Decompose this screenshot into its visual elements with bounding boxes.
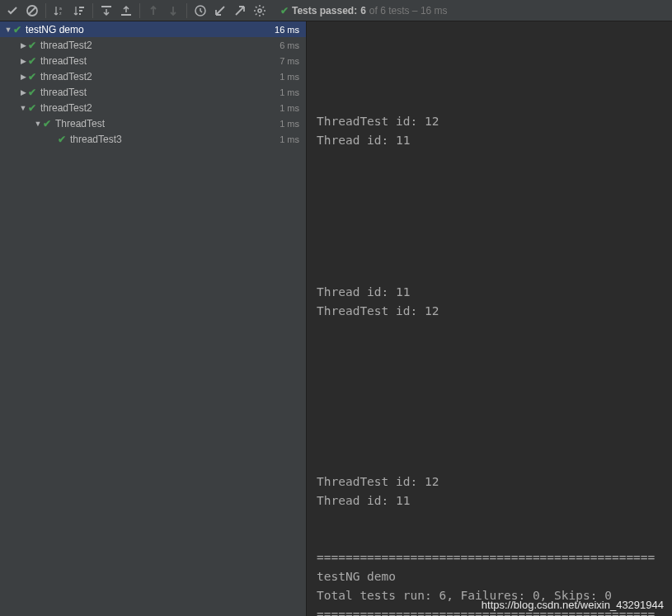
chevron-right-icon[interactable]: ▶ <box>18 88 28 96</box>
tree-row-label: ThreadTest <box>55 118 105 129</box>
import-results-button[interactable] <box>211 2 229 20</box>
tree-row-label: threadTest2 <box>40 102 92 114</box>
show-passed-toggle[interactable] <box>3 2 21 20</box>
test-tree-row[interactable]: ▼✔testNG demo16 ms <box>0 21 306 37</box>
test-tree-row[interactable]: ▶✔threadTest21 ms <box>0 68 306 84</box>
toolbar-separator <box>45 3 46 18</box>
test-tree-pane[interactable]: ▼✔testNG demo16 ms▶✔threadTest26 ms▶✔thr… <box>0 21 307 616</box>
svg-rect-8 <box>121 14 131 16</box>
toolbar: az ✔ Tests passed: 6 of 6 tests – 16 ms <box>0 0 672 21</box>
chevron-down-icon[interactable]: ▼ <box>3 26 13 34</box>
chevron-down-icon[interactable]: ▼ <box>18 104 28 112</box>
test-tree-row[interactable]: ▶✔threadTest1 ms <box>0 84 306 100</box>
toolbar-separator <box>139 3 140 18</box>
check-icon: ✔ <box>58 134 66 145</box>
tree-row-label: threadTest2 <box>40 71 92 82</box>
prev-failed-button <box>144 2 162 20</box>
test-tree-row[interactable]: ▼✔ThreadTest1 ms <box>0 115 306 131</box>
status-label: Tests passed: <box>292 5 357 16</box>
test-tree-row[interactable]: ▶✔threadTest7 ms <box>0 53 306 68</box>
tree-row-time: 7 ms <box>280 56 299 66</box>
check-icon: ✔ <box>43 118 51 129</box>
tree-row-label: threadTest3 <box>70 134 122 145</box>
show-ignored-toggle[interactable] <box>23 2 41 20</box>
test-tree-row[interactable]: ▼✔threadTest21 ms <box>0 100 306 115</box>
check-icon: ✔ <box>280 5 289 16</box>
tree-row-label: threadTest <box>40 87 87 98</box>
tree-row-time: 1 ms <box>280 119 299 129</box>
check-icon: ✔ <box>28 87 36 98</box>
tree-row-label: threadTest <box>40 55 87 67</box>
svg-line-1 <box>29 7 35 14</box>
test-history-button[interactable] <box>191 2 209 20</box>
settings-button[interactable] <box>251 2 269 20</box>
toolbar-separator <box>92 3 93 18</box>
chevron-right-icon[interactable]: ▶ <box>18 41 28 49</box>
svg-text:z: z <box>59 11 62 16</box>
test-status-bar: ✔ Tests passed: 6 of 6 tests – 16 ms <box>280 5 448 16</box>
export-results-button[interactable] <box>231 2 249 20</box>
check-icon: ✔ <box>28 55 36 67</box>
status-count: 6 <box>360 5 366 16</box>
expand-all-button[interactable] <box>97 2 115 20</box>
console-pane[interactable]: ThreadTest id: 12 Thread id: 11 Thread i… <box>307 21 672 616</box>
svg-point-10 <box>258 9 261 12</box>
status-rest: of 6 tests – 16 ms <box>369 5 448 16</box>
sort-duration-button[interactable] <box>70 2 88 20</box>
tree-row-time: 1 ms <box>280 134 299 144</box>
tree-row-time: 1 ms <box>280 72 299 82</box>
test-tree-row[interactable]: ▶✔threadTest26 ms <box>0 37 306 53</box>
check-icon: ✔ <box>13 24 21 35</box>
check-icon: ✔ <box>28 40 36 51</box>
tree-row-time: 6 ms <box>280 40 299 50</box>
console-output: ThreadTest id: 12 Thread id: 11 Thread i… <box>307 21 672 616</box>
tree-row-label: threadTest2 <box>40 40 92 51</box>
test-tree-row[interactable]: ▶✔threadTest31 ms <box>0 131 306 147</box>
svg-rect-4 <box>79 7 84 8</box>
check-icon: ✔ <box>28 102 36 114</box>
collapse-all-button[interactable] <box>117 2 135 20</box>
tree-row-time: 1 ms <box>280 87 299 97</box>
svg-rect-7 <box>101 6 111 7</box>
chevron-down-icon[interactable]: ▼ <box>33 120 43 128</box>
sort-alpha-button[interactable]: az <box>50 2 68 20</box>
svg-rect-6 <box>79 13 81 15</box>
toolbar-separator <box>186 3 187 18</box>
chevron-right-icon[interactable]: ▶ <box>18 73 28 81</box>
chevron-right-icon[interactable]: ▶ <box>18 57 28 65</box>
watermark-text: https://blog.csdn.net/weixin_43291944 <box>482 599 664 611</box>
tree-row-time: 1 ms <box>280 103 299 113</box>
next-failed-button <box>164 2 182 20</box>
tree-row-label: testNG demo <box>26 24 84 35</box>
svg-rect-5 <box>79 10 82 12</box>
tree-row-time: 16 ms <box>275 25 299 35</box>
check-icon: ✔ <box>28 71 36 82</box>
